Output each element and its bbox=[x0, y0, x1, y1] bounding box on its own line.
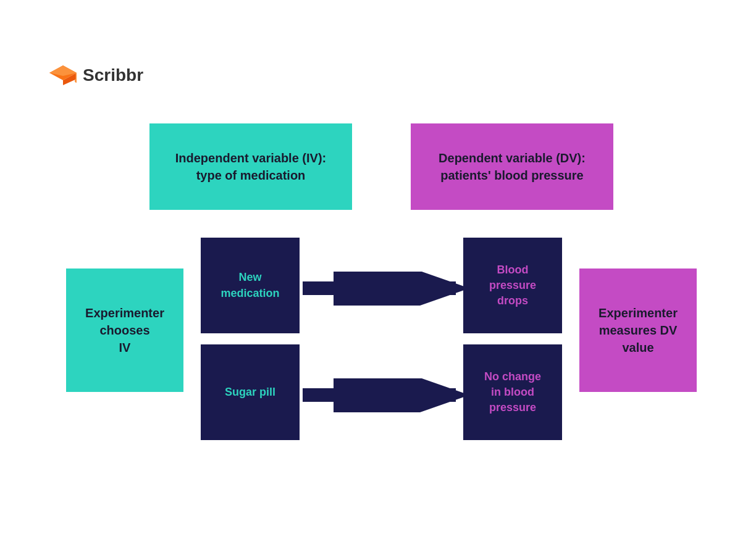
bp-drops-text: Bloodpressuredrops bbox=[489, 262, 536, 309]
new-medication-text: Newmedication bbox=[220, 270, 279, 301]
iv-box-text: Independent variable (IV):type of medica… bbox=[175, 149, 326, 184]
bp-drops-box: Bloodpressuredrops bbox=[463, 238, 562, 333]
arrow-new-med-to-bp-drops bbox=[303, 272, 466, 306]
experimenter-iv-box: ExperimenterchoosesIV bbox=[66, 268, 183, 392]
dv-box-text: Dependent variable (DV):patients' blood … bbox=[439, 149, 586, 184]
sugar-pill-box: Sugar pill bbox=[201, 344, 300, 440]
dv-box: Dependent variable (DV):patients' blood … bbox=[411, 123, 613, 210]
sugar-pill-text: Sugar pill bbox=[225, 385, 275, 400]
bp-no-change-box: No changein bloodpressure bbox=[463, 344, 562, 440]
iv-box: Independent variable (IV):type of medica… bbox=[149, 123, 352, 210]
logo-text: Scribbr bbox=[83, 65, 143, 85]
arrow-sugar-pill-to-bp-no-change bbox=[303, 378, 466, 412]
new-medication-box: Newmedication bbox=[201, 238, 300, 333]
experimenter-measures-box: Experimentermeasures DVvalue bbox=[579, 268, 697, 392]
logo: Scribbr bbox=[49, 62, 143, 89]
bp-no-change-text: No changein bloodpressure bbox=[484, 369, 541, 416]
scribbr-logo-icon bbox=[49, 62, 77, 89]
experimenter-iv-text: ExperimenterchoosesIV bbox=[85, 304, 164, 356]
experimenter-measures-text: Experimentermeasures DVvalue bbox=[598, 304, 678, 356]
